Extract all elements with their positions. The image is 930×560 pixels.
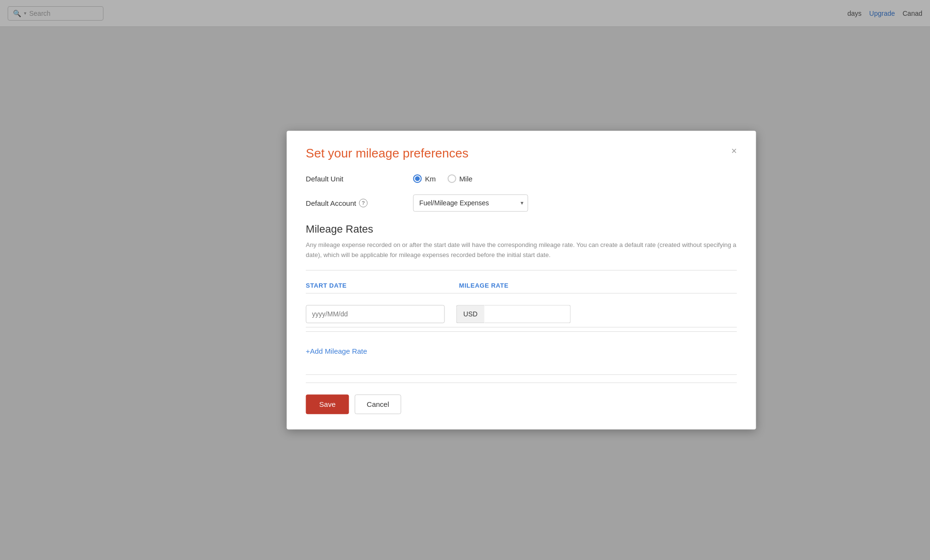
rate-row-divider	[306, 331, 737, 332]
col-header-start-date: START DATE	[306, 282, 459, 289]
modal-title: Set your mileage preferences	[306, 146, 469, 161]
modal-footer: Save Cancel	[306, 382, 737, 414]
mile-radio-circle[interactable]	[447, 174, 456, 183]
rate-input[interactable]	[484, 305, 570, 323]
default-unit-label: Default Unit	[306, 175, 402, 183]
footer-divider	[306, 374, 737, 375]
default-account-label: Default Account ?	[306, 199, 402, 207]
default-unit-row: Default Unit Km Mile	[306, 174, 737, 183]
cancel-button[interactable]: Cancel	[355, 394, 401, 414]
col-header-mileage-rate: MILEAGE RATE	[459, 282, 509, 289]
mile-label: Mile	[459, 175, 473, 183]
mileage-rates-title: Mileage Rates	[306, 223, 737, 235]
add-mileage-rate-button[interactable]: +Add Mileage Rate	[306, 343, 367, 359]
mileage-rate-row: USD	[306, 301, 737, 327]
mileage-rates-description: Any mileage expense recorded on or after…	[306, 240, 737, 260]
default-account-row: Default Account ? Fuel/Mileage Expenses …	[306, 194, 737, 212]
close-button[interactable]: ×	[731, 146, 737, 156]
mileage-preferences-modal: Set your mileage preferences × Default U…	[287, 131, 756, 429]
km-label: Km	[425, 175, 436, 183]
modal-header: Set your mileage preferences ×	[306, 146, 737, 161]
km-radio-circle[interactable]	[413, 174, 422, 183]
save-button[interactable]: Save	[306, 394, 349, 414]
unit-radio-group: Km Mile	[413, 174, 473, 183]
currency-rate-group: USD	[456, 305, 571, 323]
help-icon[interactable]: ?	[359, 199, 368, 207]
section-divider	[306, 270, 737, 270]
currency-badge: USD	[456, 305, 485, 323]
start-date-input[interactable]	[306, 305, 445, 323]
account-dropdown-wrapper: Fuel/Mileage Expenses Travel Expenses Ot…	[413, 194, 528, 212]
table-header: START DATE MILEAGE RATE	[306, 278, 737, 293]
km-radio-option[interactable]: Km	[413, 174, 436, 183]
mile-radio-option[interactable]: Mile	[447, 174, 473, 183]
account-dropdown[interactable]: Fuel/Mileage Expenses Travel Expenses Ot…	[413, 194, 528, 212]
